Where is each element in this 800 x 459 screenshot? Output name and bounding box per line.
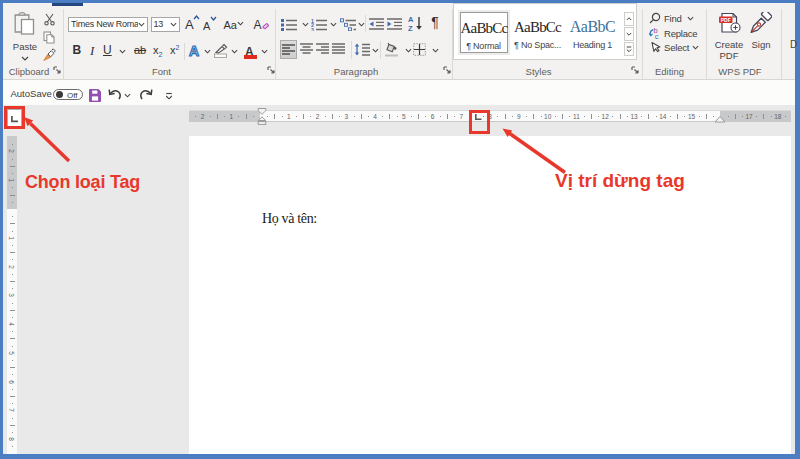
- align-left-button[interactable]: [280, 40, 298, 59]
- qat-overflow-button[interactable]: [165, 92, 174, 101]
- format-painter-button[interactable]: [43, 48, 56, 61]
- paragraph-group-label: Paragraph: [268, 66, 444, 77]
- replace-button[interactable]: b c Replace: [649, 26, 697, 40]
- scroll-down-icon: [625, 28, 633, 40]
- undo-dropdown-icon[interactable]: [124, 93, 131, 98]
- horizontal-ruler[interactable]: 211234567891011121314151718: [189, 110, 791, 122]
- bullets-dropdown-icon[interactable]: [302, 22, 309, 27]
- v-ruler-tick: [12, 259, 13, 260]
- v-ruler-tick: [12, 403, 13, 404]
- next-group-cut-label: D: [790, 39, 797, 50]
- cut-button[interactable]: [44, 13, 56, 27]
- multilevel-dropdown-icon[interactable]: [358, 22, 365, 27]
- bold-button[interactable]: B: [72, 43, 83, 59]
- numbering-button[interactable]: 1 2 3: [311, 18, 328, 32]
- grow-font-button[interactable]: A: [185, 15, 200, 32]
- find-button[interactable]: Find: [649, 11, 694, 25]
- underline-dropdown-icon[interactable]: [119, 49, 126, 54]
- multilevel-list-icon: [340, 18, 356, 31]
- sort-button[interactable]: A Z: [408, 15, 423, 32]
- shrink-font-button[interactable]: A: [203, 16, 217, 32]
- wps-group-label: WPS PDF: [703, 66, 777, 77]
- h-ruler-tick: [763, 114, 764, 119]
- select-icon: [649, 41, 661, 53]
- line-spacing-dropdown-icon[interactable]: [372, 48, 379, 53]
- style-normal[interactable]: AaBbCc ¶ Normal: [460, 12, 508, 53]
- h-ruler-number: 13: [630, 113, 637, 120]
- multilevel-list-button[interactable]: [340, 18, 357, 32]
- create-pdf-button[interactable]: PDF Create PDF: [714, 12, 744, 62]
- paste-label: Paste: [11, 41, 39, 52]
- document-text[interactable]: Họ và tên:: [262, 212, 317, 226]
- style-nospacing[interactable]: AaBbCc ¶ No Spac...: [514, 12, 562, 53]
- highlight-icon: [213, 42, 228, 59]
- align-right-button[interactable]: [316, 43, 330, 57]
- styles-more[interactable]: [624, 42, 634, 56]
- v-ruler-number: 8: [8, 437, 15, 441]
- undo-button[interactable]: [108, 88, 122, 102]
- text-effects-dropdown-icon[interactable]: [204, 49, 211, 54]
- bullets-button[interactable]: [281, 18, 298, 32]
- text-effects-button[interactable]: A: [189, 42, 203, 59]
- h-ruler-tick: [397, 116, 398, 117]
- h-ruler-tick: [742, 116, 743, 117]
- increase-indent-button[interactable]: [387, 18, 403, 32]
- superscript-button[interactable]: x2: [170, 44, 184, 59]
- show-hide-button[interactable]: ¶: [431, 14, 443, 31]
- style-heading1-name: Heading 1: [569, 40, 617, 50]
- subscript-button[interactable]: x2: [153, 44, 167, 59]
- font-size-combo[interactable]: 13: [151, 17, 180, 32]
- page[interactable]: [189, 136, 791, 454]
- save-button[interactable]: [89, 89, 102, 102]
- sort-z-glyph: Z: [408, 24, 413, 32]
- font-color-dropdown-icon[interactable]: [261, 49, 268, 54]
- numbering-dropdown-icon[interactable]: [330, 22, 337, 27]
- right-indent-marker[interactable]: [714, 115, 726, 123]
- italic-button[interactable]: I: [90, 43, 98, 59]
- annotation-box-tab-stop: [469, 110, 491, 134]
- align-right-icon: [316, 43, 329, 55]
- select-label: Select: [664, 42, 689, 53]
- clear-formatting-button[interactable]: A: [254, 15, 270, 32]
- style-heading1[interactable]: AaBbC Heading 1: [569, 12, 617, 53]
- shading-dropdown-icon[interactable]: [405, 48, 412, 53]
- copy-button[interactable]: [43, 31, 56, 44]
- font-name-combo[interactable]: Times New Roma: [68, 17, 148, 32]
- redo-button[interactable]: [139, 88, 153, 102]
- justify-button[interactable]: [332, 43, 346, 57]
- shading-button[interactable]: [383, 42, 400, 58]
- h-ruler-tick: [569, 116, 570, 117]
- font-color-button[interactable]: A: [244, 42, 257, 59]
- strikethrough-glyph: ab: [134, 44, 146, 56]
- vertical-ruler[interactable]: 2112345678: [7, 136, 17, 454]
- highlight-dropdown-icon[interactable]: [231, 49, 238, 54]
- align-center-button[interactable]: [300, 43, 314, 57]
- clear-formatting-glyph: A: [254, 18, 262, 32]
- sign-button[interactable]: Sign: [748, 12, 774, 62]
- h-ruler-number: 14: [659, 113, 666, 120]
- borders-button[interactable]: [413, 43, 427, 57]
- select-button[interactable]: Select: [649, 40, 699, 54]
- h-ruler-tick: [512, 116, 513, 117]
- borders-dropdown-icon[interactable]: [432, 48, 439, 53]
- h-ruler-tick: [425, 116, 426, 117]
- document-area: Họ và tên: 211234567891011121314151718 2…: [3, 105, 795, 454]
- underline-button[interactable]: U: [103, 43, 113, 59]
- highlight-button[interactable]: [213, 42, 228, 59]
- autosave-toggle-knob: [56, 91, 63, 98]
- group-styles: AaBbCc ¶ Normal AaBbCc ¶ No Spac... AaBb…: [453, 3, 642, 79]
- line-spacing-button[interactable]: [354, 43, 371, 57]
- autosave-toggle[interactable]: Off: [53, 89, 83, 100]
- styles-scroll-down[interactable]: [624, 27, 634, 41]
- change-case-button[interactable]: Aa: [224, 15, 244, 32]
- decrease-indent-button[interactable]: [369, 18, 385, 32]
- paste-button[interactable]: Paste: [11, 12, 39, 62]
- paste-icon: [14, 12, 35, 35]
- styles-scroll-column: [624, 4, 635, 61]
- group-editing: Find b c Replace Select Editing: [643, 3, 706, 79]
- h-ruler-number: 11: [573, 113, 580, 120]
- sign-icon: [749, 12, 772, 35]
- indent-markers[interactable]: [254, 108, 270, 125]
- strikethrough-button[interactable]: ab: [134, 44, 150, 59]
- styles-scroll-up[interactable]: [624, 12, 634, 26]
